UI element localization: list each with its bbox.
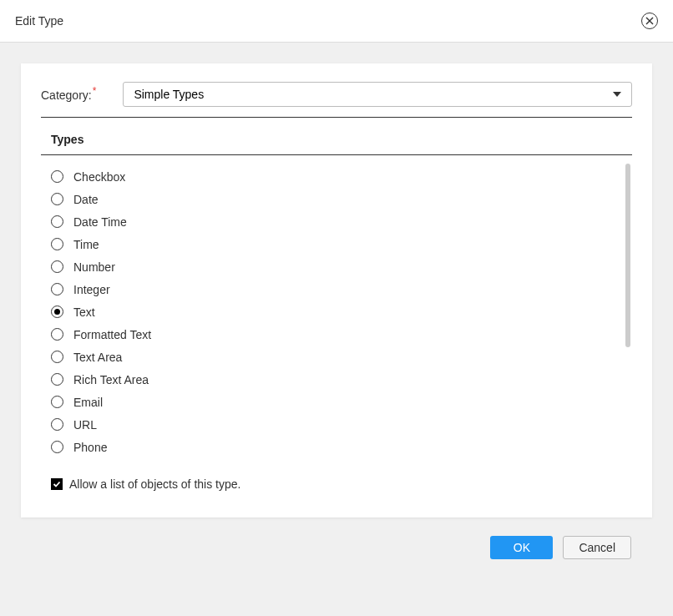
category-selected-value: Simple Types <box>134 88 204 101</box>
types-header: Types <box>41 128 632 155</box>
type-option[interactable]: URL <box>51 413 622 436</box>
radio-icon <box>51 441 63 453</box>
type-option-label: Integer <box>73 283 110 296</box>
close-icon <box>645 17 654 25</box>
ok-button[interactable]: OK <box>490 536 553 559</box>
type-option[interactable]: Checkbox <box>51 165 622 188</box>
allow-list-row: Allow a list of objects of this type. <box>41 461 632 497</box>
radio-icon <box>51 328 63 341</box>
type-option[interactable]: Text Area <box>51 346 622 368</box>
type-option[interactable]: Phone <box>51 436 622 458</box>
content-area: Category:* Simple Types Types CheckboxDa… <box>0 43 673 559</box>
type-option[interactable]: Time <box>51 233 622 255</box>
type-option-label: Text <box>73 305 95 319</box>
allow-list-checkbox[interactable] <box>51 478 63 490</box>
main-panel: Category:* Simple Types Types CheckboxDa… <box>21 63 652 518</box>
scrollbar[interactable] <box>625 164 630 347</box>
chevron-down-icon <box>613 92 621 97</box>
category-label-wrapper: Category:* <box>41 85 96 103</box>
radio-icon <box>51 215 63 228</box>
types-list-wrapper: CheckboxDateDate TimeTimeNumberIntegerTe… <box>41 155 632 461</box>
category-select[interactable]: Simple Types <box>123 82 632 107</box>
radio-icon <box>51 373 63 386</box>
type-option-label: Time <box>73 238 99 251</box>
allow-list-label: Allow a list of objects of this type. <box>69 477 240 491</box>
type-option[interactable]: Email <box>51 391 622 413</box>
type-option[interactable]: Date Time <box>51 210 622 233</box>
radio-icon <box>51 193 63 205</box>
type-option[interactable]: Rich Text Area <box>51 368 622 391</box>
radio-icon <box>51 238 63 250</box>
close-button[interactable] <box>641 13 658 29</box>
radio-icon <box>51 305 63 318</box>
type-option-label: URL <box>73 418 97 432</box>
type-option[interactable]: Text <box>51 300 622 323</box>
category-row: Category:* Simple Types <box>41 82 632 118</box>
dialog-header: Edit Type <box>0 0 673 43</box>
type-option-label: Phone <box>73 441 107 454</box>
check-icon <box>53 480 61 488</box>
type-option-label: Number <box>73 260 115 274</box>
type-option-label: Date Time <box>73 215 127 229</box>
radio-icon <box>51 396 63 408</box>
type-option-label: Text Area <box>73 351 122 364</box>
type-option[interactable]: Number <box>51 255 622 278</box>
radio-icon <box>51 351 63 363</box>
radio-icon <box>51 260 63 273</box>
type-option[interactable]: Date <box>51 188 622 210</box>
radio-icon <box>51 418 63 431</box>
type-option-label: Email <box>73 396 103 409</box>
radio-icon <box>51 283 63 295</box>
radio-icon <box>51 170 63 183</box>
required-indicator: * <box>93 85 97 97</box>
type-option-label: Rich Text Area <box>73 373 149 386</box>
type-option-label: Date <box>73 193 99 206</box>
category-label: Category: <box>41 89 92 103</box>
types-list: CheckboxDateDate TimeTimeNumberIntegerTe… <box>41 155 632 461</box>
dialog-title: Edit Type <box>15 14 63 28</box>
type-option[interactable]: Integer <box>51 278 622 300</box>
cancel-button[interactable]: Cancel <box>563 536 631 559</box>
type-option-label: Formatted Text <box>73 328 151 341</box>
type-option-label: Checkbox <box>73 170 125 184</box>
type-option[interactable]: Formatted Text <box>51 323 622 346</box>
button-row: OK Cancel <box>21 518 652 559</box>
